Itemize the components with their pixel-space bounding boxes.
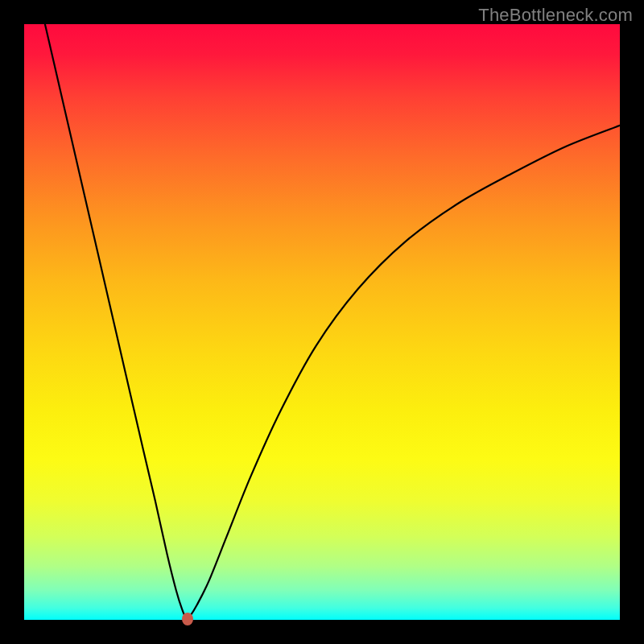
plot-area [24,24,620,620]
chart-frame: TheBottleneck.com [0,0,644,644]
optimal-point-marker [182,613,193,625]
bottleneck-curve [24,24,620,620]
watermark-text: TheBottleneck.com [478,5,633,26]
